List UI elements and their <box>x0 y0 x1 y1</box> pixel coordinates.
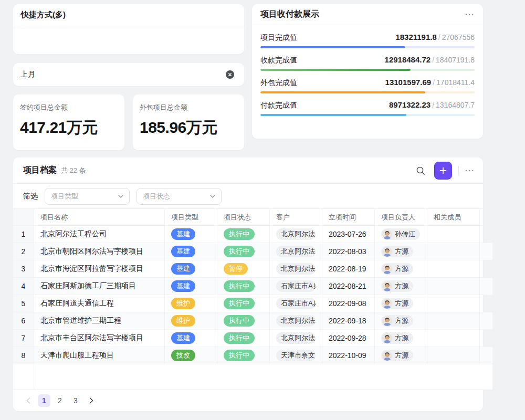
type-tag: 基建 <box>171 280 195 292</box>
cell-project-name: 北京阿尔法工程公司 <box>34 226 165 243</box>
table-row[interactable]: 4 石家庄阿斯加德工厂三期项目 基建 执行中 石家庄市A县 2022-08-21… <box>13 278 483 295</box>
cell-start-date: 2022-08-19 <box>322 260 375 277</box>
page-button-1[interactable]: 1 <box>38 394 50 407</box>
search-icon <box>416 166 425 175</box>
row-number: 5 <box>13 295 34 312</box>
cell-project-status: 执行中 <box>217 278 270 295</box>
type-tag: 维护 <box>171 298 195 309</box>
table-row[interactable]: 7 北京市丰台区阿尔法写字楼项目 基建 执行中 北京阿尔法工 2022-09-2… <box>13 330 483 347</box>
status-tag: 执行中 <box>224 332 255 344</box>
clear-filter-button[interactable] <box>226 70 234 79</box>
table-row[interactable]: 3 北京市海淀区阿拉蕾写字楼项目 基建 暂停 北京阿尔法工 2022-08-19… <box>13 260 483 278</box>
cell-customer: 石家庄市A县 <box>270 295 322 312</box>
progress-track <box>260 114 475 116</box>
filter-label: 筛选 <box>23 192 38 201</box>
cell-project-name: 北京市海淀区阿拉蕾写字楼项目 <box>34 260 165 277</box>
cell-customer: 天津市奈文摩 <box>270 347 322 364</box>
cell-filler <box>480 226 492 243</box>
owner-chip: 方源 <box>381 246 413 257</box>
search-button[interactable] <box>416 166 425 175</box>
progress-current: 12918484.72 <box>385 55 431 64</box>
progress-label: 外包完成值 <box>260 78 297 88</box>
owner-name: 方源 <box>395 247 408 256</box>
cell-members <box>427 226 480 243</box>
progress-track <box>260 69 475 71</box>
customer-chip: 北京阿尔法工 <box>276 315 316 327</box>
progress-label: 项目完成值 <box>260 33 297 43</box>
type-tag: 基建 <box>171 263 195 275</box>
month-filter-label: 上月 <box>20 70 35 79</box>
page-button-3[interactable]: 3 <box>69 394 82 407</box>
table-row[interactable]: 8 天津市爬山服工程项目 技改 执行中 天津市奈文摩 2022-10-09 方源 <box>13 347 483 364</box>
customer-chip: 北京阿尔法工 <box>276 228 316 240</box>
payment-card-body: 项目完成值 18321191.8/27067556 收款完成值 12918484… <box>252 25 483 116</box>
cell-start-date: 2022-09-28 <box>322 330 375 346</box>
table-toolbar: 项目档案 共 22 条 ··· <box>13 158 483 184</box>
table-row[interactable]: 5 石家庄阿道夫通信工程 维护 执行中 石家庄市A县 2022-09-08 方源 <box>13 295 483 312</box>
cell-filler <box>480 243 492 260</box>
dropdown-placeholder: 项目类型 <box>51 192 78 201</box>
cell-project-name: 北京市丰台区阿尔法写字楼项目 <box>34 330 165 346</box>
owner-chip: 方源 <box>381 332 413 344</box>
table-empty-area <box>13 364 483 390</box>
avatar <box>382 333 392 343</box>
type-tag: 基建 <box>171 246 195 257</box>
add-record-button[interactable] <box>434 162 452 180</box>
cell-owner: 方源 <box>375 260 427 277</box>
stat-value: 417.21万元 <box>20 117 118 139</box>
avatar <box>382 247 392 257</box>
column-header-status: 项目状态 <box>217 209 270 225</box>
column-header-customer: 客户 <box>270 209 322 225</box>
cell-owner: 方源 <box>375 295 427 312</box>
page-button-2[interactable]: 2 <box>54 394 66 407</box>
table-row[interactable]: 2 北京市朝阳区阿尔法写字楼项目 基建 执行中 北京阿尔法工 2022-08-0… <box>13 243 483 260</box>
progress-row-payment: 付款完成值 8971322.23/13164807.7 <box>260 100 475 116</box>
cell-filler <box>480 312 492 329</box>
owner-chip: 方源 <box>381 298 413 309</box>
record-count: 共 22 条 <box>61 166 86 175</box>
progress-total: 18407191.8 <box>436 56 475 64</box>
chevron-down-icon <box>118 195 123 198</box>
owner-chip: 方源 <box>381 315 413 327</box>
avatar <box>382 229 392 239</box>
type-tag: 维护 <box>171 315 195 327</box>
cell-project-status: 执行中 <box>217 226 270 243</box>
column-header-owner: 项目负责人 <box>375 209 427 225</box>
table-row[interactable]: 1 北京阿尔法工程公司 基建 执行中 北京阿尔法工 2023-07-26 孙传江 <box>13 226 483 243</box>
cell-owner: 孙传江 <box>375 226 427 243</box>
status-tag: 执行中 <box>224 350 255 361</box>
owner-chip: 方源 <box>381 350 413 361</box>
cell-project-type: 基建 <box>165 243 217 260</box>
table-more-button[interactable]: ··· <box>465 166 475 174</box>
prev-page-button[interactable] <box>22 394 35 407</box>
progress-current: 13101597.69 <box>385 78 432 87</box>
cell-customer: 北京阿尔法工 <box>270 312 322 329</box>
toolbar-divider <box>458 166 459 175</box>
cell-project-status: 执行中 <box>217 243 270 260</box>
owner-name: 方源 <box>395 264 408 274</box>
owner-chip: 方源 <box>381 263 413 275</box>
more-options-button[interactable]: ··· <box>465 10 475 18</box>
owner-name: 方源 <box>395 281 408 291</box>
cell-project-status: 执行中 <box>217 330 270 346</box>
avatar <box>382 299 392 309</box>
cell-start-date: 2022-08-21 <box>322 278 375 295</box>
payment-overview-card: 项目收付款展示 ··· 项目完成值 18321191.8/27067556 收款… <box>252 4 483 139</box>
next-page-button[interactable] <box>85 394 98 407</box>
progress-label: 收款完成值 <box>260 56 297 65</box>
cell-members <box>427 330 480 346</box>
table-row[interactable]: 6 北京市管道维护三期工程 维护 执行中 北京阿尔法工 2022-09-18 方… <box>13 312 483 330</box>
cell-project-name: 石家庄阿道夫通信工程 <box>34 295 165 312</box>
progress-total: 27067556 <box>442 33 475 41</box>
cell-members <box>427 243 480 260</box>
shortcuts-card-title: 快捷方式(多) <box>21 10 66 20</box>
progress-current: 8971322.23 <box>389 100 430 109</box>
owner-name: 方源 <box>395 333 408 343</box>
table-title: 项目档案 <box>23 165 57 176</box>
cell-filler <box>480 260 492 277</box>
cell-project-status: 执行中 <box>217 295 270 312</box>
filter-dropdown-type[interactable]: 项目类型 <box>45 188 130 205</box>
row-number: 7 <box>13 330 34 346</box>
cell-project-type: 基建 <box>165 330 217 346</box>
filter-dropdown-status[interactable]: 项目状态 <box>136 188 222 205</box>
